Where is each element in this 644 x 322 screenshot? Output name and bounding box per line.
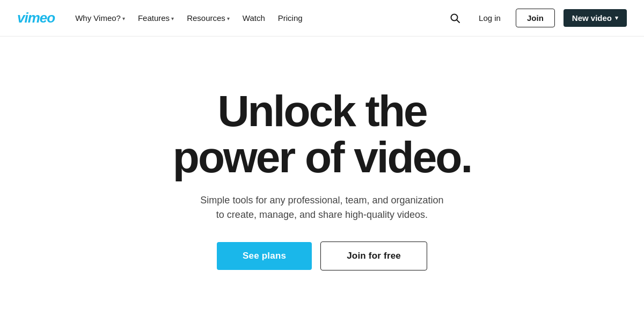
- join-free-button[interactable]: Join for free: [320, 241, 427, 270]
- hero-buttons: See plans Join for free: [217, 241, 427, 270]
- nav-item-watch[interactable]: Watch: [237, 9, 270, 27]
- chevron-down-icon: ▾: [171, 16, 174, 21]
- nav-item-features[interactable]: Features ▾: [133, 9, 179, 27]
- see-plans-button[interactable]: See plans: [217, 242, 312, 270]
- see-plans-label: See plans: [243, 251, 286, 261]
- nav-item-resources[interactable]: Resources ▾: [181, 9, 235, 27]
- chevron-down-icon: ▾: [227, 16, 230, 21]
- hero-title-line1: Unlock the: [217, 86, 426, 135]
- login-button[interactable]: Log in: [472, 9, 507, 27]
- join-button[interactable]: Join: [516, 9, 555, 27]
- logo-text: vimeo: [17, 10, 55, 26]
- nav-label-watch: Watch: [243, 13, 265, 23]
- join-label: Join: [527, 13, 544, 23]
- nav-label-resources: Resources: [187, 13, 225, 23]
- vimeo-logo[interactable]: vimeo: [17, 10, 55, 26]
- join-free-label: Join for free: [347, 251, 401, 261]
- nav-item-why-vimeo[interactable]: Why Vimeo? ▾: [70, 9, 130, 27]
- hero-subtitle-line1: Simple tools for any professional, team,…: [200, 195, 443, 206]
- nav-label-features: Features: [138, 13, 170, 23]
- search-icon: [450, 13, 460, 24]
- new-video-label: New video: [572, 13, 612, 23]
- hero-subtitle: Simple tools for any professional, team,…: [200, 193, 443, 222]
- new-video-button[interactable]: New video ▾: [564, 9, 627, 27]
- navbar: vimeo Why Vimeo? ▾ Features ▾ Resources …: [0, 0, 644, 36]
- hero-subtitle-line2: to create, manage, and share high-qualit…: [216, 209, 428, 220]
- hero-title-line2: power of video.: [173, 133, 471, 181]
- navbar-right: Log in Join New video ▾: [447, 9, 627, 27]
- nav-label-why-vimeo: Why Vimeo?: [75, 13, 121, 23]
- hero-title: Unlock the power of video.: [173, 88, 471, 180]
- nav-links: Why Vimeo? ▾ Features ▾ Resources ▾ Watc…: [70, 9, 308, 27]
- hero-section: Unlock the power of video. Simple tools …: [0, 36, 644, 322]
- nav-item-pricing[interactable]: Pricing: [273, 9, 308, 27]
- nav-label-pricing: Pricing: [278, 13, 303, 23]
- search-button[interactable]: [447, 10, 464, 27]
- chevron-down-icon: ▾: [615, 14, 618, 21]
- svg-line-1: [457, 20, 459, 23]
- login-label: Log in: [479, 13, 501, 23]
- navbar-left: vimeo Why Vimeo? ▾ Features ▾ Resources …: [17, 9, 308, 27]
- chevron-down-icon: ▾: [122, 16, 125, 21]
